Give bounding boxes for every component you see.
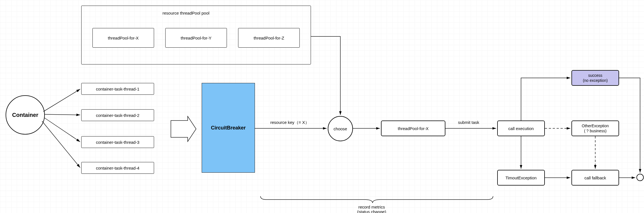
container-label: Container bbox=[12, 112, 38, 118]
threadpool-for-x-node: threadPool-for-X bbox=[381, 121, 445, 136]
pool-title: resource threadPool pool bbox=[162, 11, 210, 15]
timeout-exception-node: TimoutException bbox=[497, 170, 545, 186]
task-label: container-task-thread-1 bbox=[96, 87, 139, 91]
task-label: container-task-thread-4 bbox=[96, 166, 139, 170]
other-exception-label-2: ( ? business) bbox=[584, 129, 606, 133]
task-label: container-task-thread-3 bbox=[96, 140, 139, 145]
other-exception-label-1: OtherException bbox=[582, 124, 609, 128]
submit-task-label: submit task bbox=[458, 120, 479, 125]
record-metrics-label: record metrics (status change) bbox=[357, 205, 386, 213]
call-execution-label: call execution bbox=[508, 126, 534, 131]
threadpool-for-x-label: threadPool-for-X bbox=[398, 126, 429, 131]
choose-node: choose bbox=[328, 116, 353, 141]
pool-item-y: threadPool-for-Y bbox=[165, 28, 227, 48]
task-thread-1: container-task-thread-1 bbox=[81, 83, 154, 95]
pool-item-x: threadPool-for-X bbox=[92, 28, 154, 48]
call-fallback-node: call fallback bbox=[571, 170, 619, 186]
svg-line-1 bbox=[45, 114, 80, 115]
pool-item-z: threadPool-for-Z bbox=[238, 28, 300, 48]
pool-item-label: threadPool-for-Y bbox=[181, 36, 211, 40]
call-execution-node: call execution bbox=[497, 121, 545, 136]
success-label-2: (no exception) bbox=[583, 78, 608, 83]
task-label: container-task-thread-2 bbox=[96, 113, 139, 118]
success-label-1: success bbox=[588, 73, 603, 78]
pool-item-label: threadPool-for-X bbox=[108, 36, 139, 40]
success-node: success (no exception) bbox=[571, 70, 619, 86]
circuit-breaker-node: CircuitBreaker bbox=[202, 83, 255, 173]
timeout-exception-label: TimoutException bbox=[505, 175, 536, 180]
task-thread-4: container-task-thread-4 bbox=[81, 162, 154, 174]
resource-key-label: resource key（= X） bbox=[270, 120, 309, 125]
choose-label: choose bbox=[334, 126, 347, 131]
pool-item-label: threadPool-for-Z bbox=[254, 36, 284, 40]
other-exception-node: OtherException ( ? business) bbox=[571, 121, 619, 136]
task-thread-2: container-task-thread-2 bbox=[81, 109, 154, 121]
end-node bbox=[636, 174, 644, 181]
svg-line-3 bbox=[42, 121, 80, 168]
circuit-breaker-label: CircuitBreaker bbox=[211, 125, 246, 131]
svg-line-0 bbox=[43, 89, 80, 112]
container-node: Container bbox=[6, 95, 45, 135]
call-fallback-label: call fallback bbox=[584, 175, 606, 180]
svg-line-2 bbox=[44, 118, 80, 142]
task-thread-3: container-task-thread-3 bbox=[81, 136, 154, 148]
